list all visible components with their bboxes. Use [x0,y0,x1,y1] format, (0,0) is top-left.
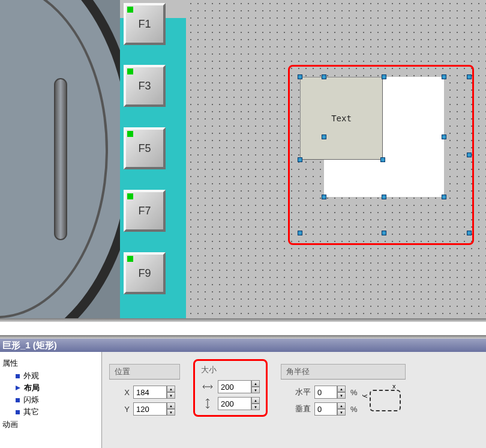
y-label: Y [114,405,130,414]
position-x-input[interactable] [133,386,167,399]
function-key-f3[interactable]: F3 [124,65,166,107]
resize-handle[interactable] [298,157,302,162]
resize-handle[interactable] [442,135,446,139]
percent-unit: % [350,405,358,414]
spin-down-icon[interactable]: ▼ [251,387,260,393]
spin-down-icon[interactable]: ▼ [337,392,346,399]
width-icon [201,383,214,390]
radius-preview-icon: x y [370,390,401,411]
spin-down-icon[interactable]: ▼ [251,404,260,410]
resize-handle[interactable] [322,135,326,139]
x-label: X [114,388,130,397]
axis-x-label: x [392,383,396,390]
spin-up-icon[interactable]: ▲ [337,386,346,392]
position-y-input[interactable] [133,402,167,416]
tree-item-label: 闪烁 [23,395,39,405]
layout-form: 位置 X ▲▼ Y ▲▼ 大 [102,352,486,448]
radius-h-label: 水平 [286,387,311,398]
radius-vertical-row: 垂直 ▲▼ % [286,402,358,416]
size-width-input[interactable] [218,380,251,393]
size-height-row: ▲▼ [201,397,260,410]
resize-handle[interactable] [298,74,302,79]
bullet-icon [16,374,20,378]
corner-radius-group: 角半径 水平 ▲▼ % 垂直 ▲▼ [281,364,406,418]
resize-handle[interactable] [467,231,472,235]
fkey-label: F5 [138,142,151,155]
tree-root-properties[interactable]: 属性 [2,357,99,370]
position-x-row: X ▲▼ [114,386,175,399]
resize-handle[interactable] [298,231,302,235]
spin-up-icon[interactable]: ▲ [337,402,346,409]
function-key-f7[interactable]: F7 [124,190,166,232]
group-label-size: 大小 [200,363,261,377]
resize-handle[interactable] [442,195,446,199]
tree-item-label: 布局 [24,383,40,393]
function-key-f9[interactable]: F9 [124,252,166,294]
spin-up-icon[interactable]: ▲ [167,386,175,392]
device-bezel [0,0,120,318]
resize-handle[interactable] [382,231,386,235]
tree-item-appearance[interactable]: 外观 [2,370,99,382]
property-panel-body: 属性 外观 布局 闪烁 其它 动画 位置 X ▲▼ Y [0,352,486,448]
resize-handle[interactable] [382,74,386,79]
resize-handle[interactable] [442,74,446,79]
bullet-icon [16,398,20,402]
arrow-icon [16,386,20,390]
group-label-position: 位置 [109,364,180,379]
height-icon [201,398,214,409]
speaker-grille [54,78,67,240]
separator-gap [0,322,486,335]
spin-down-icon[interactable]: ▼ [167,392,175,399]
resize-handle[interactable] [322,74,326,79]
group-label-radius: 角半径 [281,364,406,379]
spin-up-icon[interactable]: ▲ [251,380,260,387]
size-height-input[interactable] [218,397,251,410]
radius-horizontal-row: 水平 ▲▼ % [286,386,358,399]
design-canvas[interactable]: F1 F3 F5 F7 F9 Text [0,0,486,318]
tree-root-animation[interactable]: 动画 [2,418,99,431]
fkey-label: F3 [138,80,151,92]
radius-vertical-input[interactable] [314,402,337,416]
axis-y-label: y [362,395,370,398]
percent-unit: % [350,388,358,397]
radius-v-label: 垂直 [286,404,311,414]
property-panel-title: 巨形_1 (矩形) [0,339,486,352]
resize-handle[interactable] [467,74,472,79]
tree-item-other[interactable]: 其它 [2,406,99,418]
radius-horizontal-input[interactable] [314,386,337,399]
size-width-row: ▲▼ [201,380,260,393]
resize-handle[interactable] [382,195,386,199]
function-key-f1[interactable]: F1 [124,3,166,45]
resize-handle[interactable] [467,153,472,157]
tree-item-label: 外观 [23,371,39,381]
fkey-label: F7 [138,205,151,217]
resize-handle[interactable] [322,195,326,199]
spin-down-icon[interactable]: ▼ [167,409,175,416]
spin-down-icon[interactable]: ▼ [337,409,346,416]
fkey-label: F9 [138,267,151,280]
size-group: 大小 ▲▼ ▲▼ [193,359,268,417]
resize-handle[interactable] [380,157,385,162]
bullet-icon [16,410,20,414]
position-group: 位置 X ▲▼ Y ▲▼ [109,364,180,418]
spin-up-icon[interactable]: ▲ [167,402,175,409]
position-y-row: Y ▲▼ [114,402,175,416]
selection-highlight [288,65,474,245]
spin-up-icon[interactable]: ▲ [251,397,260,404]
tree-item-label: 其它 [23,407,39,417]
property-tree[interactable]: 属性 外观 布局 闪烁 其它 动画 [0,352,102,448]
tree-item-flash[interactable]: 闪烁 [2,394,99,406]
property-title-text: 巨形_1 (矩形) [2,340,57,351]
function-key-f5[interactable]: F5 [124,127,166,169]
fkey-label: F1 [138,18,151,31]
tree-item-layout[interactable]: 布局 [2,382,99,394]
